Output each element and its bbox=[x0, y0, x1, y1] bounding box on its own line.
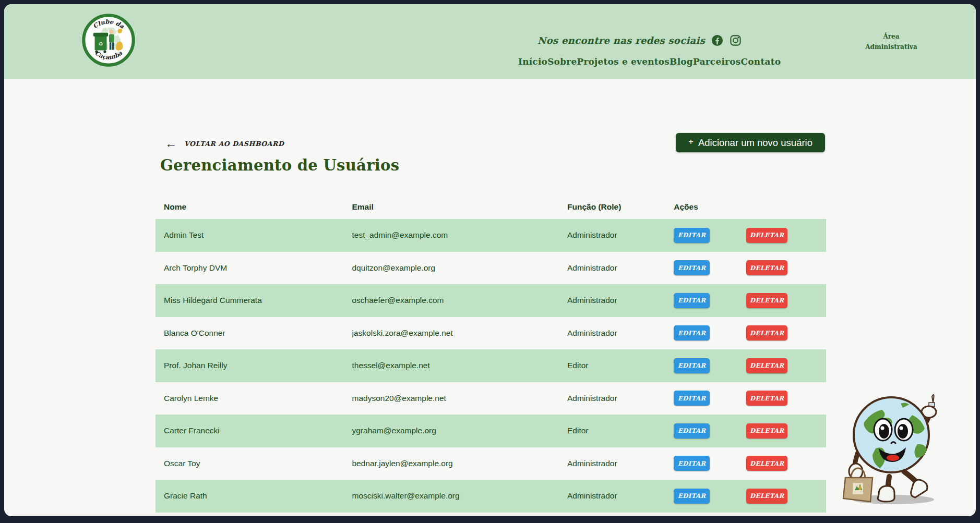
user-role: Administrador bbox=[567, 263, 674, 273]
delete-button[interactable]: DELETAR bbox=[746, 358, 787, 373]
edit-button[interactable]: EDITAR bbox=[674, 391, 710, 406]
edit-button[interactable]: EDITAR bbox=[674, 260, 710, 275]
user-email: mosciski.walter@example.org bbox=[352, 491, 567, 501]
main-nav: Início Sobre Projetos e eventos Blog Par… bbox=[518, 56, 758, 67]
social-text: Nos encontre nas redes sociais bbox=[537, 35, 705, 46]
back-to-dashboard-link[interactable]: ← VOLTAR AO DASHBOARD bbox=[165, 138, 284, 150]
user-role: Editor bbox=[567, 361, 674, 370]
page-title: Gerenciamento de Usuários bbox=[160, 156, 399, 174]
user-name: Carter Franecki bbox=[156, 426, 352, 435]
user-email: madyson20@example.net bbox=[352, 394, 567, 403]
nav-item[interactable]: Início bbox=[518, 56, 547, 67]
table-body: Admin Test test_admin@example.com Admini… bbox=[156, 219, 826, 513]
table-row: Oscar Toy bednar.jaylen@example.org Admi… bbox=[156, 447, 826, 480]
user-role: Administrador bbox=[567, 230, 674, 240]
user-name: Miss Hildegard Cummerata bbox=[156, 296, 352, 305]
svg-text:♻: ♻ bbox=[98, 41, 103, 47]
back-label: VOLTAR AO DASHBOARD bbox=[184, 140, 284, 148]
edit-button[interactable]: EDITAR bbox=[674, 325, 710, 340]
table-row: Blanca O'Conner jaskolski.zora@example.n… bbox=[156, 317, 826, 350]
user-role: Administrador bbox=[567, 491, 674, 501]
delete-button[interactable]: DELETAR bbox=[746, 228, 787, 243]
edit-button[interactable]: EDITAR bbox=[674, 228, 710, 243]
delete-button[interactable]: DELETAR bbox=[746, 391, 787, 406]
logo-icon: ♻ ♻ Clube da Caçamba bbox=[81, 13, 136, 68]
nav-item[interactable]: Blog bbox=[670, 56, 693, 67]
user-role: Administrador bbox=[567, 329, 674, 338]
header-nome: Nome bbox=[156, 202, 352, 212]
user-name: Admin Test bbox=[156, 230, 352, 240]
user-email: test_admin@example.com bbox=[352, 230, 567, 240]
table-row: Miss Hildegard Cummerata oschaefer@examp… bbox=[156, 284, 826, 317]
table-row: Arch Torphy DVM dquitzon@example.org Adm… bbox=[156, 252, 826, 285]
user-name: Oscar Toy bbox=[156, 459, 352, 468]
edit-button[interactable]: EDITAR bbox=[674, 456, 710, 471]
site-logo[interactable]: ♻ ♻ Clube da Caçamba bbox=[81, 13, 136, 68]
admin-area-link[interactable]: Área Administrativa bbox=[863, 31, 920, 52]
add-user-button[interactable]: + Adicionar um novo usuário bbox=[676, 133, 825, 152]
back-arrow-icon: ← bbox=[165, 138, 177, 150]
user-name: Prof. Johan Reilly bbox=[156, 361, 352, 370]
edit-button[interactable]: EDITAR bbox=[674, 293, 710, 308]
user-name: Gracie Rath bbox=[156, 491, 352, 501]
header-email: Email bbox=[352, 202, 567, 212]
edit-button[interactable]: EDITAR bbox=[674, 489, 710, 504]
facebook-icon[interactable] bbox=[711, 34, 723, 46]
nav-item[interactable]: Contato bbox=[741, 56, 781, 67]
user-email: oschaefer@example.com bbox=[352, 296, 567, 305]
user-email: ygraham@example.org bbox=[352, 426, 567, 435]
user-role: Administrador bbox=[567, 296, 674, 305]
delete-button[interactable]: DELETAR bbox=[746, 423, 787, 439]
site-header: ♻ ♻ Clube da Caçamba bbox=[4, 4, 976, 79]
delete-button[interactable]: DELETAR bbox=[746, 489, 787, 504]
user-role: Editor bbox=[567, 426, 674, 435]
delete-button[interactable]: DELETAR bbox=[746, 325, 787, 340]
user-role: Administrador bbox=[567, 394, 674, 403]
nav-item[interactable]: Projetos e eventos bbox=[577, 56, 670, 67]
table-header-row: Nome Email Função (Role) Ações bbox=[156, 195, 826, 219]
user-email: dquitzon@example.org bbox=[352, 263, 567, 273]
plus-icon: + bbox=[688, 137, 694, 147]
header-acoes: Ações bbox=[674, 202, 826, 212]
user-email: bednar.jaylen@example.org bbox=[352, 459, 567, 468]
table-row: Gracie Rath mosciski.walter@example.org … bbox=[156, 480, 826, 513]
header-funcao: Função (Role) bbox=[567, 202, 674, 212]
social-row: Nos encontre nas redes sociais bbox=[537, 34, 742, 46]
edit-button[interactable]: EDITAR bbox=[674, 358, 710, 373]
user-role: Administrador bbox=[567, 459, 674, 468]
table-row: Carter Franecki ygraham@example.org Edit… bbox=[156, 415, 826, 447]
table-row: Prof. Johan Reilly thessel@example.net E… bbox=[156, 349, 826, 382]
edit-button[interactable]: EDITAR bbox=[674, 423, 710, 439]
instagram-icon[interactable] bbox=[730, 34, 742, 46]
user-name: Arch Torphy DVM bbox=[156, 263, 352, 273]
admin-area-line2: Administrativa bbox=[863, 42, 920, 52]
page-frame: ♻ ♻ Clube da Caçamba bbox=[4, 4, 976, 516]
user-email: thessel@example.net bbox=[352, 361, 567, 370]
nav-item[interactable]: Parceiros bbox=[693, 56, 741, 67]
user-name: Blanca O'Conner bbox=[156, 329, 352, 338]
user-email: jaskolski.zora@example.net bbox=[352, 329, 567, 338]
delete-button[interactable]: DELETAR bbox=[746, 260, 787, 275]
delete-button[interactable]: DELETAR bbox=[746, 456, 787, 471]
user-table: Nome Email Função (Role) Ações Admin Tes… bbox=[156, 195, 826, 513]
user-name: Carolyn Lemke bbox=[156, 394, 352, 403]
nav-item[interactable]: Sobre bbox=[547, 56, 577, 67]
table-row: Admin Test test_admin@example.com Admini… bbox=[156, 219, 826, 252]
table-row: Carolyn Lemke madyson20@example.net Admi… bbox=[156, 382, 826, 415]
delete-button[interactable]: DELETAR bbox=[746, 293, 787, 308]
add-user-label: Adicionar um novo usuário bbox=[698, 137, 812, 149]
earth-mascot-illustration bbox=[839, 382, 939, 506]
admin-area-line1: Área bbox=[863, 31, 920, 42]
